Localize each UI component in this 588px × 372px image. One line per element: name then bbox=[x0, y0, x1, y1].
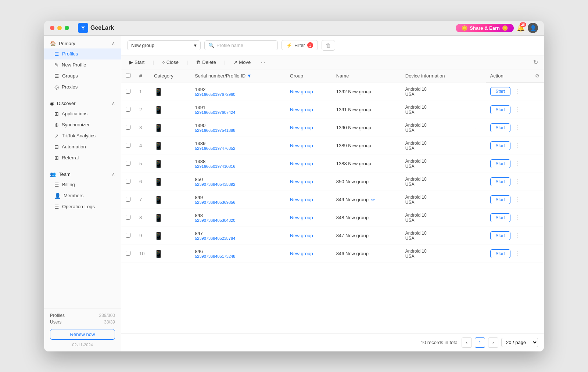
row-start-button[interactable]: Start bbox=[490, 87, 510, 96]
sidebar-item-billing[interactable]: ☰ Billing bbox=[44, 179, 121, 190]
row-checkbox[interactable] bbox=[126, 179, 130, 184]
current-page-button[interactable]: 1 bbox=[475, 337, 485, 348]
edit-name-icon[interactable]: ✏ bbox=[371, 197, 375, 202]
maximize-traffic-light[interactable] bbox=[65, 26, 69, 30]
group-link[interactable]: New group bbox=[290, 233, 313, 238]
row-checkbox-cell[interactable] bbox=[121, 119, 135, 137]
row-more-button[interactable]: ⋮ bbox=[513, 195, 521, 204]
close-traffic-light[interactable] bbox=[50, 26, 54, 30]
group-link[interactable]: New group bbox=[290, 251, 313, 256]
delete-action-button[interactable]: 🗑 Delete bbox=[194, 58, 218, 66]
row-checkbox-cell[interactable] bbox=[121, 191, 135, 209]
select-all-checkbox[interactable] bbox=[126, 73, 130, 78]
sidebar-item-proxies[interactable]: ◎ Proxies bbox=[44, 82, 121, 93]
group-link[interactable]: New group bbox=[290, 161, 313, 166]
row-checkbox-cell[interactable] bbox=[121, 101, 135, 119]
row-more-button[interactable]: ⋮ bbox=[513, 105, 521, 114]
group-link[interactable]: New group bbox=[290, 143, 313, 148]
row-group[interactable]: New group bbox=[286, 119, 332, 137]
renew-button[interactable]: Renew now bbox=[50, 329, 115, 340]
refresh-button[interactable]: ↻ bbox=[533, 59, 538, 66]
row-checkbox-cell[interactable] bbox=[121, 155, 135, 173]
prev-page-button[interactable]: ‹ bbox=[462, 337, 472, 348]
move-action-button[interactable]: ↗ Move bbox=[231, 58, 253, 66]
row-checkbox-cell[interactable] bbox=[121, 227, 135, 245]
select-all-header[interactable] bbox=[121, 69, 135, 83]
row-group[interactable]: New group bbox=[286, 83, 332, 101]
row-start-button[interactable]: Start bbox=[490, 231, 510, 240]
row-group[interactable]: New group bbox=[286, 101, 332, 119]
start-action-button[interactable]: ▶ Start bbox=[127, 58, 147, 66]
row-start-button[interactable]: Start bbox=[490, 249, 510, 258]
row-start-button[interactable]: Start bbox=[490, 123, 510, 132]
row-group[interactable]: New group bbox=[286, 173, 332, 191]
row-start-button[interactable]: Start bbox=[490, 195, 510, 204]
primary-section-header[interactable]: 🏠 Primary ∧ bbox=[44, 39, 121, 48]
group-link[interactable]: New group bbox=[290, 197, 313, 202]
row-checkbox-cell[interactable] bbox=[121, 209, 135, 227]
row-checkbox[interactable] bbox=[126, 197, 130, 202]
share-earn-button[interactable]: 🪙 Share & Earn 🪙 bbox=[456, 24, 514, 32]
search-input[interactable]: 🔍 Profile name bbox=[204, 40, 278, 50]
row-checkbox[interactable] bbox=[126, 251, 130, 256]
sidebar-item-automation[interactable]: ⊟ Automation bbox=[44, 141, 121, 152]
row-more-button[interactable]: ⋮ bbox=[513, 87, 521, 96]
sidebar-item-synchronizer[interactable]: ⊕ Synchronizer bbox=[44, 119, 121, 130]
group-link[interactable]: New group bbox=[290, 215, 313, 220]
sidebar-item-operation-logs[interactable]: ☰ Operation Logs bbox=[44, 201, 121, 212]
row-group[interactable]: New group bbox=[286, 209, 332, 227]
row-group[interactable]: New group bbox=[286, 191, 332, 209]
row-start-button[interactable]: Start bbox=[490, 105, 510, 114]
sidebar-item-profiles[interactable]: ☰ Profiles bbox=[44, 48, 121, 59]
row-checkbox-cell[interactable] bbox=[121, 137, 135, 155]
row-checkbox-cell[interactable] bbox=[121, 173, 135, 191]
sidebar-item-new-profile[interactable]: ✎ New Profile bbox=[44, 59, 121, 71]
row-group[interactable]: New group bbox=[286, 245, 332, 263]
group-link[interactable]: New group bbox=[290, 107, 313, 112]
row-checkbox-cell[interactable] bbox=[121, 245, 135, 263]
row-checkbox[interactable] bbox=[126, 125, 130, 130]
page-size-select[interactable]: 20 / page 50 / page 100 / page bbox=[501, 338, 538, 347]
row-checkbox[interactable] bbox=[126, 215, 130, 220]
more-actions-button[interactable]: ··· bbox=[259, 58, 267, 66]
row-more-button[interactable]: ⋮ bbox=[513, 159, 521, 168]
group-link[interactable]: New group bbox=[290, 179, 313, 184]
discover-section-header[interactable]: ◉ Discover ∧ bbox=[44, 98, 121, 108]
sidebar-item-referral[interactable]: ⊞ Referral bbox=[44, 152, 121, 163]
row-more-button[interactable]: ⋮ bbox=[513, 123, 521, 132]
next-page-button[interactable]: › bbox=[488, 337, 498, 348]
serial-header[interactable]: Serial number/Profile ID ▼ bbox=[190, 69, 286, 83]
sidebar-item-members[interactable]: 👤 Members bbox=[44, 190, 121, 201]
group-link[interactable]: New group bbox=[290, 89, 313, 94]
row-group[interactable]: New group bbox=[286, 227, 332, 245]
row-more-button[interactable]: ⋮ bbox=[513, 231, 521, 240]
row-more-button[interactable]: ⋮ bbox=[513, 249, 521, 258]
notification-button[interactable]: 🔔 25 bbox=[517, 24, 525, 32]
filter-button[interactable]: ⚡ Filter 1 bbox=[282, 40, 318, 50]
row-checkbox-cell[interactable] bbox=[121, 83, 135, 101]
minimize-traffic-light[interactable] bbox=[57, 26, 62, 30]
sidebar-item-groups[interactable]: ☰ Groups bbox=[44, 71, 121, 82]
group-link[interactable]: New group bbox=[290, 125, 313, 130]
row-group[interactable]: New group bbox=[286, 137, 332, 155]
row-more-button[interactable]: ⋮ bbox=[513, 213, 521, 222]
row-group[interactable]: New group bbox=[286, 155, 332, 173]
team-section-header[interactable]: 👥 Team ∧ bbox=[44, 169, 121, 179]
close-action-button[interactable]: ○ Close bbox=[160, 58, 181, 66]
user-avatar[interactable]: 👤 bbox=[528, 23, 538, 33]
row-checkbox[interactable] bbox=[126, 233, 130, 238]
row-start-button[interactable]: Start bbox=[490, 213, 510, 222]
sidebar-item-tiktok-analytics[interactable]: ↗ TikTok Analytics bbox=[44, 130, 121, 141]
row-checkbox[interactable] bbox=[126, 143, 130, 148]
sidebar-item-applications[interactable]: ⊞ Applications bbox=[44, 108, 121, 119]
basket-button[interactable]: 🗑 bbox=[322, 40, 335, 51]
settings-icon[interactable]: ⚙ bbox=[535, 73, 539, 79]
row-checkbox[interactable] bbox=[126, 107, 130, 112]
row-start-button[interactable]: Start bbox=[490, 141, 510, 150]
row-checkbox[interactable] bbox=[126, 89, 130, 94]
row-checkbox[interactable] bbox=[126, 161, 130, 166]
row-more-button[interactable]: ⋮ bbox=[513, 177, 521, 186]
row-start-button[interactable]: Start bbox=[490, 159, 510, 168]
group-select[interactable]: New group ▾ bbox=[127, 40, 201, 50]
row-start-button[interactable]: Start bbox=[490, 177, 510, 186]
